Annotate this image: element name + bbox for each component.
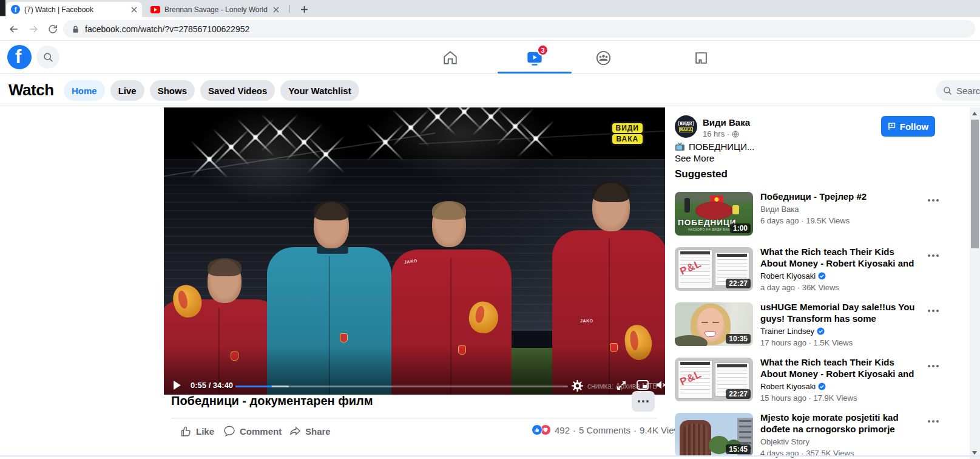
engagement-counts[interactable]: 492 · 5 Comments · 9.4K Views xyxy=(555,425,685,435)
tab-home[interactable]: Home xyxy=(64,80,105,101)
close-tab-icon[interactable] xyxy=(273,7,279,13)
tab-live[interactable]: Live xyxy=(110,80,144,101)
comment-icon xyxy=(223,425,235,437)
video-title: Победници - документарен филм xyxy=(171,394,373,408)
suggested-channel[interactable]: Robert Kiyosaki xyxy=(760,271,922,280)
more-options-button[interactable] xyxy=(925,362,941,370)
tv-icon xyxy=(675,142,685,151)
watch-navigation: Watch Home Live Shows Saved Videos Your … xyxy=(0,74,980,106)
suggested-video-5[interactable]: 15:45 Mjesto koje morate posjetiti kad d… xyxy=(675,413,948,459)
search-icon xyxy=(943,86,952,95)
share-icon xyxy=(289,425,301,437)
suggested-heading: Suggested xyxy=(675,168,728,180)
search-icon xyxy=(43,52,53,63)
time-display: 0:55 / 34:40 xyxy=(191,381,233,390)
comment-button[interactable]: Comment xyxy=(223,422,282,440)
more-options-button[interactable] xyxy=(632,391,655,412)
see-more-link[interactable]: See More xyxy=(675,153,714,163)
video-thumbnail[interactable]: ПОБЕДНИЦИ НАСКОРО НА ВИДИ ВАКА 1:00 xyxy=(675,192,753,236)
tab-shows[interactable]: Shows xyxy=(150,80,195,101)
suggested-title[interactable]: Победници - Трејлер #2 xyxy=(760,191,922,202)
comment-count[interactable]: 5 Comments xyxy=(579,425,630,435)
suggested-title[interactable]: What the Rich teach Their Kids About Mon… xyxy=(760,356,922,379)
like-reaction-badge[interactable] xyxy=(532,424,542,435)
forward-button[interactable] xyxy=(27,22,39,35)
address-bar[interactable]: facebook.com/watch/?v=278567100622952 xyxy=(63,20,975,38)
close-tab-icon[interactable] xyxy=(131,7,137,13)
more-options-button[interactable] xyxy=(925,252,941,259)
floodlights xyxy=(382,107,540,165)
suggested-video-4[interactable]: P&L 22:27 What the Rich teach Their Kids… xyxy=(675,358,948,411)
more-options-button[interactable] xyxy=(925,418,941,425)
play-button[interactable] xyxy=(174,381,181,390)
suggested-title[interactable]: usHUGE Memorial Day sale!!us You guys! T… xyxy=(760,301,922,324)
suggested-video-2[interactable]: P&L 22:27 What the Rich teach Their Kids… xyxy=(675,247,948,301)
new-tab-button[interactable] xyxy=(297,2,311,16)
suggested-channel[interactable]: Види Вака xyxy=(760,205,922,214)
nav-home-icon[interactable] xyxy=(442,49,459,66)
facebook-header: f 3 xyxy=(0,41,980,74)
progress-bar[interactable] xyxy=(235,386,568,387)
suggested-title[interactable]: Mjesto koje morate posjetiti kad dođete … xyxy=(760,412,922,435)
refresh-button[interactable] xyxy=(46,22,59,35)
suggested-channel[interactable]: Trainer Lindsey xyxy=(760,327,922,336)
page-title: Watch xyxy=(8,81,54,100)
floodlights xyxy=(206,118,334,191)
channel-avatar[interactable]: ВИДИ ВАКА xyxy=(675,115,697,138)
reaction-count[interactable]: 492 xyxy=(555,425,570,435)
browser-toolbar: facebook.com/watch/?v=278567100622952 xyxy=(0,17,980,41)
nav-groups-icon[interactable] xyxy=(595,49,612,66)
channel-name[interactable]: Види Вака xyxy=(703,117,750,127)
duration-badge: 15:45 xyxy=(726,444,751,454)
video-player[interactable]: The new ID.3 JAKO JAKO ВИДИ ВАКА xyxy=(164,107,665,395)
follow-button[interactable]: Follow xyxy=(881,116,935,137)
header-search-button[interactable] xyxy=(36,46,59,69)
like-button[interactable]: Like xyxy=(180,422,214,440)
suggested-channel[interactable]: Objektiv Story xyxy=(760,437,922,446)
tab-your-watchlist[interactable]: Your Watchlist xyxy=(280,80,359,101)
share-button[interactable]: Share xyxy=(289,422,331,440)
tab-title: (7) Watch | Facebook xyxy=(24,5,127,14)
facebook-favicon: f xyxy=(11,5,20,14)
search-placeholder: Search xyxy=(956,86,980,96)
vidi-vaka-watermark: ВИДИ ВАКА xyxy=(610,121,644,146)
duration-badge: 22:27 xyxy=(726,389,751,399)
scrollbar-thumb[interactable] xyxy=(971,120,979,248)
suggested-meta: 6 days ago · 19.5K Views xyxy=(760,216,922,225)
tab-youtube[interactable]: Brennan Savage - Lonely World ( xyxy=(146,2,284,17)
url-text: facebook.com/watch/?v=278567100622952 xyxy=(85,24,249,34)
browser-tab-strip: f (7) Watch | Facebook Brennan Savage - … xyxy=(0,0,980,17)
scroll-down-arrow[interactable] xyxy=(972,451,977,455)
more-options-button[interactable] xyxy=(925,307,941,314)
suggested-meta: 17 hours ago · 1.5K Views xyxy=(760,338,922,347)
fullscreen-icon[interactable] xyxy=(617,381,626,390)
globe-icon xyxy=(732,131,739,138)
video-thumbnail[interactable]: 15:45 xyxy=(675,413,753,457)
watch-search-input[interactable]: Search xyxy=(936,80,980,101)
like-icon xyxy=(180,425,192,437)
back-button[interactable] xyxy=(7,22,20,35)
video-thumbnail[interactable]: P&L 22:27 xyxy=(675,247,753,291)
tab-facebook[interactable]: f (7) Watch | Facebook xyxy=(6,2,142,17)
facebook-logo[interactable]: f xyxy=(7,45,32,69)
player-controls: 0:55 / 34:40 снимка: Архива МТВ xyxy=(164,379,665,393)
nav-gaming-icon[interactable] xyxy=(692,49,709,66)
watch-active-underline xyxy=(498,72,572,73)
suggested-title[interactable]: What the Rich teach Their Kids About Mon… xyxy=(760,246,922,269)
settings-gear-icon[interactable] xyxy=(572,380,583,392)
picture-in-picture-icon[interactable] xyxy=(637,380,649,390)
tab-saved-videos[interactable]: Saved Videos xyxy=(200,80,275,101)
scroll-up-arrow[interactable] xyxy=(972,112,977,115)
video-credit-text: снимка: Архива МТВ xyxy=(587,382,665,390)
suggested-meta: a day ago · 36K Views xyxy=(760,283,922,292)
verified-badge-icon xyxy=(817,327,825,335)
suggested-video-3[interactable]: 10:35 usHUGE Memorial Day sale!!us You g… xyxy=(675,302,948,356)
scrollbar[interactable] xyxy=(970,107,980,459)
watch-tabs: Home Live Shows Saved Videos Your Watchl… xyxy=(64,80,359,101)
more-options-button[interactable] xyxy=(925,197,941,204)
video-thumbnail[interactable]: 10:35 xyxy=(675,302,753,346)
suggested-channel[interactable]: Robert Kiyosaki xyxy=(760,382,922,391)
volume-muted-icon[interactable] xyxy=(656,380,665,390)
video-thumbnail[interactable]: P&L 22:27 xyxy=(675,358,753,401)
suggested-video-1[interactable]: ПОБЕДНИЦИ НАСКОРО НА ВИДИ ВАКА 1:00 Побе… xyxy=(675,192,948,245)
